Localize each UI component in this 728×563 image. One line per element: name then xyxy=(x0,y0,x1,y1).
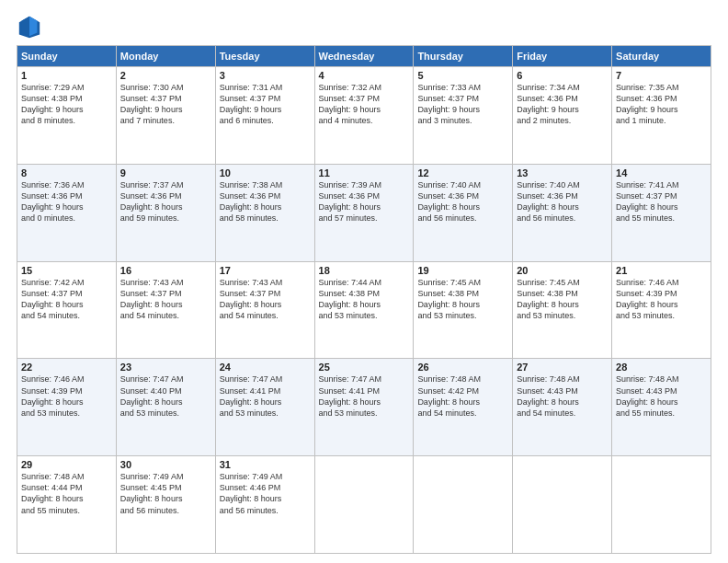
day-number: 12 xyxy=(417,167,508,178)
day-info: Sunrise: 7:40 AM Sunset: 4:36 PM Dayligh… xyxy=(517,179,608,224)
day-cell-12: 12Sunrise: 7:40 AM Sunset: 4:36 PM Dayli… xyxy=(414,164,513,261)
day-cell-22: 22Sunrise: 7:46 AM Sunset: 4:39 PM Dayli… xyxy=(17,359,117,456)
day-info: Sunrise: 7:34 AM Sunset: 4:36 PM Dayligh… xyxy=(517,82,608,127)
day-cell-4: 4Sunrise: 7:32 AM Sunset: 4:37 PM Daylig… xyxy=(314,67,414,165)
day-info: Sunrise: 7:48 AM Sunset: 4:42 PM Dayligh… xyxy=(417,373,508,419)
day-cell-24: 24Sunrise: 7:47 AM Sunset: 4:41 PM Dayli… xyxy=(215,359,314,456)
day-info: Sunrise: 7:43 AM Sunset: 4:37 PM Dayligh… xyxy=(120,277,211,322)
logo-icon xyxy=(17,14,42,40)
day-number: 20 xyxy=(517,265,608,276)
day-cell-28: 28Sunrise: 7:48 AM Sunset: 4:43 PM Dayli… xyxy=(612,359,711,456)
day-number: 10 xyxy=(220,167,311,178)
day-info: Sunrise: 7:47 AM Sunset: 4:41 PM Dayligh… xyxy=(220,373,311,419)
day-number: 19 xyxy=(417,265,508,276)
day-info: Sunrise: 7:48 AM Sunset: 4:43 PM Dayligh… xyxy=(517,373,608,419)
day-number: 23 xyxy=(120,362,211,373)
day-cell-2: 2Sunrise: 7:30 AM Sunset: 4:37 PM Daylig… xyxy=(116,67,215,165)
day-info: Sunrise: 7:45 AM Sunset: 4:38 PM Dayligh… xyxy=(417,277,508,322)
day-number: 9 xyxy=(120,167,211,178)
day-info: Sunrise: 7:42 AM Sunset: 4:37 PM Dayligh… xyxy=(21,277,112,322)
day-number: 14 xyxy=(616,167,707,178)
day-number: 28 xyxy=(616,362,707,373)
calendar-table: SundayMondayTuesdayWednesdayThursdayFrid… xyxy=(17,45,711,554)
day-info: Sunrise: 7:46 AM Sunset: 4:39 PM Dayligh… xyxy=(21,373,112,419)
day-cell-21: 21Sunrise: 7:46 AM Sunset: 4:39 PM Dayli… xyxy=(612,261,711,359)
day-cell-14: 14Sunrise: 7:41 AM Sunset: 4:37 PM Dayli… xyxy=(612,164,711,261)
day-info: Sunrise: 7:32 AM Sunset: 4:37 PM Dayligh… xyxy=(319,82,410,127)
weekday-saturday: Saturday xyxy=(612,46,711,67)
day-info: Sunrise: 7:38 AM Sunset: 4:36 PM Dayligh… xyxy=(220,179,311,224)
day-number: 16 xyxy=(120,265,211,276)
weekday-tuesday: Tuesday xyxy=(215,46,314,67)
day-info: Sunrise: 7:35 AM Sunset: 4:36 PM Dayligh… xyxy=(616,82,707,127)
day-cell-30: 30Sunrise: 7:49 AM Sunset: 4:45 PM Dayli… xyxy=(116,456,215,554)
logo xyxy=(17,14,46,40)
day-number: 27 xyxy=(517,362,608,373)
day-number: 24 xyxy=(220,362,311,373)
day-info: Sunrise: 7:40 AM Sunset: 4:36 PM Dayligh… xyxy=(417,179,508,224)
day-cell-16: 16Sunrise: 7:43 AM Sunset: 4:37 PM Dayli… xyxy=(116,261,215,359)
day-cell-23: 23Sunrise: 7:47 AM Sunset: 4:40 PM Dayli… xyxy=(116,359,215,456)
day-number: 29 xyxy=(21,459,112,470)
day-info: Sunrise: 7:43 AM Sunset: 4:37 PM Dayligh… xyxy=(220,277,311,322)
day-number: 18 xyxy=(319,265,410,276)
day-number: 17 xyxy=(220,265,311,276)
day-number: 1 xyxy=(21,70,112,81)
day-cell-5: 5Sunrise: 7:33 AM Sunset: 4:37 PM Daylig… xyxy=(414,67,513,165)
weekday-thursday: Thursday xyxy=(414,46,513,67)
day-cell-29: 29Sunrise: 7:48 AM Sunset: 4:44 PM Dayli… xyxy=(17,456,117,554)
day-info: Sunrise: 7:46 AM Sunset: 4:39 PM Dayligh… xyxy=(616,277,707,322)
day-number: 21 xyxy=(616,265,707,276)
day-number: 30 xyxy=(120,459,211,470)
day-info: Sunrise: 7:45 AM Sunset: 4:38 PM Dayligh… xyxy=(517,277,608,322)
day-info: Sunrise: 7:30 AM Sunset: 4:37 PM Dayligh… xyxy=(120,82,211,127)
day-cell-10: 10Sunrise: 7:38 AM Sunset: 4:36 PM Dayli… xyxy=(215,164,314,261)
empty-cell xyxy=(612,456,711,554)
day-number: 7 xyxy=(616,70,707,81)
day-cell-1: 1Sunrise: 7:29 AM Sunset: 4:38 PM Daylig… xyxy=(17,67,117,165)
day-info: Sunrise: 7:37 AM Sunset: 4:36 PM Dayligh… xyxy=(120,179,211,224)
day-number: 15 xyxy=(21,265,112,276)
day-cell-11: 11Sunrise: 7:39 AM Sunset: 4:36 PM Dayli… xyxy=(314,164,414,261)
day-info: Sunrise: 7:48 AM Sunset: 4:43 PM Dayligh… xyxy=(616,373,707,419)
day-info: Sunrise: 7:47 AM Sunset: 4:40 PM Dayligh… xyxy=(120,373,211,419)
day-number: 31 xyxy=(220,459,311,470)
day-cell-6: 6Sunrise: 7:34 AM Sunset: 4:36 PM Daylig… xyxy=(513,67,612,165)
day-info: Sunrise: 7:33 AM Sunset: 4:37 PM Dayligh… xyxy=(417,82,508,127)
day-info: Sunrise: 7:49 AM Sunset: 4:45 PM Dayligh… xyxy=(120,471,211,516)
day-number: 22 xyxy=(21,362,112,373)
day-info: Sunrise: 7:41 AM Sunset: 4:37 PM Dayligh… xyxy=(616,179,707,224)
weekday-friday: Friday xyxy=(513,46,612,67)
day-cell-20: 20Sunrise: 7:45 AM Sunset: 4:38 PM Dayli… xyxy=(513,261,612,359)
day-cell-18: 18Sunrise: 7:44 AM Sunset: 4:38 PM Dayli… xyxy=(314,261,414,359)
weekday-monday: Monday xyxy=(116,46,215,67)
day-cell-7: 7Sunrise: 7:35 AM Sunset: 4:36 PM Daylig… xyxy=(612,67,711,165)
day-cell-17: 17Sunrise: 7:43 AM Sunset: 4:37 PM Dayli… xyxy=(215,261,314,359)
day-cell-13: 13Sunrise: 7:40 AM Sunset: 4:36 PM Dayli… xyxy=(513,164,612,261)
day-number: 3 xyxy=(220,70,311,81)
day-cell-31: 31Sunrise: 7:49 AM Sunset: 4:46 PM Dayli… xyxy=(215,456,314,554)
week-row-3: 15Sunrise: 7:42 AM Sunset: 4:37 PM Dayli… xyxy=(17,261,711,359)
day-cell-8: 8Sunrise: 7:36 AM Sunset: 4:36 PM Daylig… xyxy=(17,164,117,261)
day-cell-27: 27Sunrise: 7:48 AM Sunset: 4:43 PM Dayli… xyxy=(513,359,612,456)
day-number: 6 xyxy=(517,70,608,81)
day-number: 11 xyxy=(319,167,410,178)
svg-marker-2 xyxy=(22,17,29,36)
day-info: Sunrise: 7:47 AM Sunset: 4:41 PM Dayligh… xyxy=(319,373,410,419)
day-cell-15: 15Sunrise: 7:42 AM Sunset: 4:37 PM Dayli… xyxy=(17,261,117,359)
day-info: Sunrise: 7:49 AM Sunset: 4:46 PM Dayligh… xyxy=(220,471,311,516)
day-info: Sunrise: 7:44 AM Sunset: 4:38 PM Dayligh… xyxy=(319,277,410,322)
day-number: 25 xyxy=(319,362,410,373)
day-cell-9: 9Sunrise: 7:37 AM Sunset: 4:36 PM Daylig… xyxy=(116,164,215,261)
day-number: 4 xyxy=(319,70,410,81)
day-number: 26 xyxy=(417,362,508,373)
empty-cell xyxy=(513,456,612,554)
empty-cell xyxy=(414,456,513,554)
day-info: Sunrise: 7:39 AM Sunset: 4:36 PM Dayligh… xyxy=(319,179,410,224)
weekday-wednesday: Wednesday xyxy=(314,46,414,67)
day-number: 2 xyxy=(120,70,211,81)
page-header xyxy=(17,14,711,40)
week-row-5: 29Sunrise: 7:48 AM Sunset: 4:44 PM Dayli… xyxy=(17,456,711,554)
day-info: Sunrise: 7:29 AM Sunset: 4:38 PM Dayligh… xyxy=(21,82,112,127)
day-cell-25: 25Sunrise: 7:47 AM Sunset: 4:41 PM Dayli… xyxy=(314,359,414,456)
